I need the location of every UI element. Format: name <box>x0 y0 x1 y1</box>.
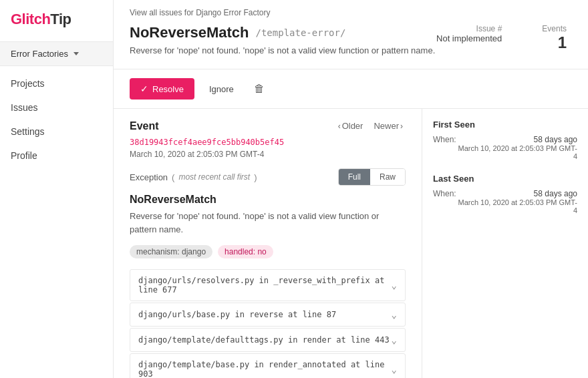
expand-icon-1: ⌄ <box>392 309 397 320</box>
stack-frame-3[interactable]: django/template/base.py in render_annota… <box>130 353 406 378</box>
first-seen-label: When: <box>433 135 456 144</box>
tags-container: mechanism: django handled: no <box>130 245 406 258</box>
last-seen-title: Last Seen <box>433 174 577 184</box>
main-content: View all issues for Django Error Factory… <box>114 0 588 378</box>
exception-label: Exception ( most recent call first ) <box>130 172 257 182</box>
issue-title: NoReverseMatch /template-error/ <box>130 24 436 41</box>
last-seen-relative: 58 days ago <box>456 189 577 198</box>
expand-icon-2: ⌄ <box>392 335 397 345</box>
breadcrumb: View all issues for Django Error Factory <box>130 8 572 17</box>
tag-mechanism: mechanism: django <box>130 245 212 258</box>
view-full-button[interactable]: Full <box>339 169 370 185</box>
ignore-button[interactable]: Ignore <box>201 79 242 100</box>
stack-frame-text-2: django/template/defaulttags.py in render… <box>138 335 390 345</box>
issue-title-area: NoReverseMatch /template-error/ Reverse … <box>130 24 436 62</box>
first-seen-relative: 58 days ago <box>456 135 577 144</box>
sidebar-item-issues[interactable]: Issues <box>0 96 113 120</box>
side-panel: First Seen When: 58 days ago March 10, 2… <box>422 109 588 378</box>
last-seen-row: When: 58 days ago March 10, 2020 at 2:05… <box>433 189 577 214</box>
issue-events-label: Events <box>542 24 567 33</box>
issue-number-label: Issue # <box>436 24 502 33</box>
event-header: Event ‹ Older Newer › <box>130 120 406 132</box>
issue-description: Reverse for 'nope' not found. 'nope' is … <box>130 45 436 55</box>
issue-events-group: Events 1 <box>542 24 567 52</box>
error-factories-menu[interactable]: Error Factories <box>0 41 113 66</box>
right-arrow-icon: › <box>400 122 403 131</box>
issue-events-count: 1 <box>542 33 567 52</box>
stack-frame-1[interactable]: django/urls/base.py in reverse at line 8… <box>130 303 406 327</box>
stack-frame-text-3: django/template/base.py in render_annota… <box>138 360 392 378</box>
resolve-label: Resolve <box>152 84 184 94</box>
resolve-button[interactable]: ✓ Resolve <box>130 78 194 100</box>
issue-meta: Issue # Not implemented Events 1 <box>436 24 572 52</box>
exception-header: Exception ( most recent call first ) Ful… <box>130 168 406 186</box>
sidebar-nav: Projects Issues Settings Profile <box>0 66 113 168</box>
newer-button[interactable]: Newer › <box>371 120 406 132</box>
first-seen-title: First Seen <box>433 120 577 130</box>
sidebar-item-projects[interactable]: Projects <box>0 71 113 96</box>
issue-name: NoReverseMatch <box>130 24 249 41</box>
logo-tip: Tip <box>50 11 71 27</box>
stack-frame-2[interactable]: django/template/defaulttags.py in render… <box>130 328 406 352</box>
stack-frames: django/urls/resolvers.py in _reverse_wit… <box>130 269 406 378</box>
last-seen-label: When: <box>433 189 456 198</box>
paren-close: ) <box>254 172 257 182</box>
first-seen-absolute: March 10, 2020 at 2:05:03 PM GMT-4 <box>456 144 577 160</box>
exception-note: most recent call first <box>178 172 250 182</box>
stack-frame-text-0: django/urls/resolvers.py in _reverse_wit… <box>138 276 392 295</box>
last-seen-absolute: March 10, 2020 at 2:05:03 PM GMT-4 <box>456 198 577 214</box>
exception-text: Exception <box>130 172 168 182</box>
first-seen-row: When: 58 days ago March 10, 2020 at 2:05… <box>433 135 577 160</box>
paren-open: ( <box>172 172 174 182</box>
sidebar: GlitchTip Error Factories Projects Issue… <box>0 0 114 378</box>
last-seen-section: Last Seen When: 58 days ago March 10, 20… <box>433 174 577 214</box>
sidebar-item-profile[interactable]: Profile <box>0 144 113 168</box>
exception-message: Reverse for 'nope' not found. 'nope' is … <box>130 210 406 236</box>
error-factories-label: Error Factories <box>11 49 68 59</box>
delete-button[interactable]: 🗑 <box>249 77 270 100</box>
left-arrow-icon: ‹ <box>338 122 341 131</box>
checkmark-icon: ✓ <box>140 83 148 94</box>
chevron-down-icon <box>74 52 79 55</box>
view-raw-button[interactable]: Raw <box>370 169 405 185</box>
content-area: Event ‹ Older Newer › 38d19943fcef4aee9f… <box>114 109 588 378</box>
event-nav: ‹ Older Newer › <box>335 120 406 132</box>
action-bar: ✓ Resolve Ignore 🗑 <box>114 69 588 109</box>
event-title: Event <box>130 120 159 132</box>
event-panel: Event ‹ Older Newer › 38d19943fcef4aee9f… <box>114 109 422 378</box>
issue-number-group: Issue # Not implemented <box>436 24 502 43</box>
issue-header: NoReverseMatch /template-error/ Reverse … <box>130 24 572 69</box>
older-label: Older <box>342 121 363 131</box>
event-id[interactable]: 38d19943fcef4aee9fce5bb940b5ef45 <box>130 138 406 147</box>
event-date: March 10, 2020 at 2:05:03 PM GMT-4 <box>130 150 406 159</box>
trash-icon: 🗑 <box>254 83 265 94</box>
top-bar: View all issues for Django Error Factory… <box>114 0 588 69</box>
stack-frame-text-1: django/urls/base.py in reverse at line 8… <box>138 310 336 319</box>
older-button[interactable]: ‹ Older <box>335 120 366 132</box>
issue-path: /template-error/ <box>256 27 346 38</box>
logo-glitch: Glitch <box>11 11 50 27</box>
last-seen-values: 58 days ago March 10, 2020 at 2:05:03 PM… <box>456 189 577 214</box>
tag-handled: handled: no <box>218 245 273 258</box>
first-seen-values: 58 days ago March 10, 2020 at 2:05:03 PM… <box>456 135 577 160</box>
issue-status: Not implemented <box>436 33 502 43</box>
first-seen-section: First Seen When: 58 days ago March 10, 2… <box>433 120 577 160</box>
expand-icon-3: ⌄ <box>392 364 397 375</box>
newer-label: Newer <box>374 121 399 131</box>
sidebar-item-settings[interactable]: Settings <box>0 120 113 144</box>
exception-name: NoReverseMatch <box>130 194 406 206</box>
expand-icon-0: ⌄ <box>392 280 397 291</box>
logo: GlitchTip <box>0 0 113 41</box>
view-toggle: Full Raw <box>338 168 406 186</box>
stack-frame-0[interactable]: django/urls/resolvers.py in _reverse_wit… <box>130 269 406 301</box>
